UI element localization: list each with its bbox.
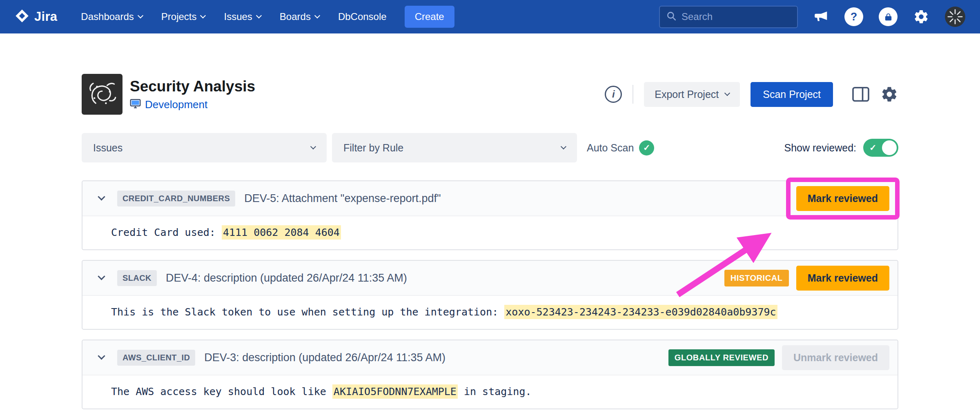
project-avatar bbox=[82, 74, 122, 115]
finding-text: in staging. bbox=[458, 386, 532, 397]
nav-item-label: Projects bbox=[161, 11, 197, 22]
search-icon bbox=[666, 11, 677, 23]
collapse-chevron-icon[interactable] bbox=[96, 193, 107, 204]
finding-card-dev3: AWS_CLIENT_ID DEV-3: description (update… bbox=[82, 340, 898, 409]
mark-reviewed-button[interactable]: Mark reviewed bbox=[796, 186, 889, 211]
chevron-down-icon bbox=[256, 13, 262, 18]
nav-item-dbconsole[interactable]: DbConsole bbox=[338, 11, 387, 22]
nav-item-projects[interactable]: Projects bbox=[161, 11, 205, 22]
rule-dropdown-value: Filter by Rule bbox=[343, 142, 403, 154]
rule-badge: SLACK bbox=[117, 270, 157, 286]
finding-text: Credit Card used: bbox=[111, 226, 222, 238]
chevron-down-icon bbox=[561, 144, 566, 149]
filter-bar: Issues Filter by Rule Auto Scan ✓ Show r… bbox=[82, 133, 898, 162]
search-box[interactable] bbox=[659, 6, 798, 28]
chevron-down-icon bbox=[310, 144, 316, 149]
nav-item-issues[interactable]: Issues bbox=[224, 11, 261, 22]
chevron-down-icon bbox=[724, 90, 730, 96]
chevron-down-icon bbox=[200, 13, 206, 18]
chevron-down-icon bbox=[314, 13, 320, 18]
nav-item-dashboards[interactable]: Dashboards bbox=[81, 11, 142, 22]
finding-header: AWS_CLIENT_ID DEV-3: description (update… bbox=[82, 340, 898, 375]
navbar-icons: ? bbox=[813, 7, 965, 27]
export-project-button[interactable]: Export Project bbox=[644, 82, 740, 107]
brand-name: Jira bbox=[34, 9, 57, 24]
show-reviewed-label: Show reviewed: bbox=[784, 142, 856, 154]
auto-scan-check-icon: ✓ bbox=[639, 140, 654, 155]
show-reviewed-control: Show reviewed: ✓ bbox=[784, 139, 898, 157]
project-meta: Security Analysis Development bbox=[130, 78, 255, 111]
toggle-knob bbox=[882, 140, 897, 155]
nav-item-label: DbConsole bbox=[338, 11, 387, 22]
export-project-label: Export Project bbox=[655, 89, 719, 100]
rule-badge: AWS_CLIENT_ID bbox=[117, 350, 195, 366]
settings-icon[interactable] bbox=[913, 9, 929, 25]
top-navbar: Jira Dashboards Projects Issues Boards D… bbox=[0, 0, 980, 33]
finding-body: The AWS access key should look like AKIA… bbox=[82, 375, 898, 409]
filter-by-rule-dropdown[interactable]: Filter by Rule bbox=[332, 133, 577, 162]
auto-scan-label: Auto Scan bbox=[587, 142, 634, 154]
announcements-icon[interactable] bbox=[813, 9, 829, 24]
page-title: Security Analysis bbox=[130, 78, 255, 95]
finding-card-dev5: CREDIT_CARD_NUMBERS DEV-5: Attachment "e… bbox=[82, 180, 898, 250]
nav-item-label: Issues bbox=[224, 11, 252, 22]
toggle-check-icon: ✓ bbox=[869, 143, 877, 153]
show-reviewed-toggle[interactable]: ✓ bbox=[863, 139, 898, 157]
user-avatar[interactable] bbox=[945, 7, 965, 27]
auto-scan-status: Auto Scan ✓ bbox=[587, 140, 654, 155]
project-link[interactable]: Development bbox=[145, 98, 207, 111]
scan-project-button[interactable]: Scan Project bbox=[751, 82, 833, 107]
project-actions: i Export Project Scan Project bbox=[605, 82, 898, 107]
search-input[interactable] bbox=[682, 11, 791, 22]
finding-actions: HISTORICAL Mark reviewed bbox=[724, 266, 889, 291]
create-button[interactable]: Create bbox=[405, 6, 454, 28]
finding-text: The AWS access key should look like bbox=[111, 386, 332, 397]
main-navigation: Dashboards Projects Issues Boards DbCons… bbox=[81, 11, 386, 22]
mark-reviewed-button[interactable]: Mark reviewed bbox=[796, 266, 889, 291]
annotation-highlight-box: Mark reviewed bbox=[796, 186, 889, 211]
monitor-icon bbox=[130, 99, 141, 111]
lock-icon[interactable] bbox=[879, 7, 898, 26]
detail-view-icon[interactable] bbox=[852, 87, 870, 102]
secret-value: 4111 0062 2084 4604 bbox=[222, 225, 341, 240]
finding-title: DEV-3: description (updated 26/Apr/24 11… bbox=[204, 351, 445, 364]
main-content: Security Analysis Development i Export P… bbox=[82, 74, 898, 409]
finding-title: DEV-4: description (updated 26/Apr/24 11… bbox=[166, 272, 407, 284]
page-settings-gear-icon[interactable] bbox=[880, 85, 898, 103]
secret-value: AKIAIO5FODNN7EXAMPLE bbox=[332, 384, 458, 399]
collapse-chevron-icon[interactable] bbox=[96, 353, 107, 363]
unmark-reviewed-button[interactable]: Unmark reviewed bbox=[782, 345, 889, 370]
issues-dropdown-value: Issues bbox=[93, 142, 122, 154]
collapse-chevron-icon[interactable] bbox=[96, 273, 107, 283]
finding-actions: Mark reviewed bbox=[796, 186, 889, 211]
historical-badge: HISTORICAL bbox=[724, 270, 789, 286]
jira-logo-icon bbox=[15, 9, 29, 25]
divider bbox=[633, 85, 633, 104]
findings-list: CREDIT_CARD_NUMBERS DEV-5: Attachment "e… bbox=[82, 180, 898, 409]
issues-dropdown[interactable]: Issues bbox=[82, 133, 327, 162]
help-icon[interactable]: ? bbox=[844, 7, 863, 26]
finding-card-dev4: SLACK DEV-4: description (updated 26/Apr… bbox=[82, 260, 898, 330]
secret-value: xoxo-523423-234243-234233-e039d02840a0b9… bbox=[504, 305, 777, 319]
nav-item-label: Dashboards bbox=[81, 11, 134, 22]
finding-title: DEV-5: Attachment "expense-report.pdf" bbox=[244, 192, 441, 205]
finding-header: SLACK DEV-4: description (updated 26/Apr… bbox=[82, 261, 898, 296]
globally-reviewed-badge: GLOBALLY REVIEWED bbox=[668, 349, 775, 366]
nav-item-label: Boards bbox=[280, 11, 311, 22]
chevron-down-icon bbox=[138, 13, 143, 18]
finding-body: Credit Card used: 4111 0062 2084 4604 bbox=[82, 216, 898, 249]
info-icon[interactable]: i bbox=[605, 86, 622, 103]
project-header: Security Analysis Development i Export P… bbox=[82, 74, 898, 115]
nav-item-boards[interactable]: Boards bbox=[280, 11, 319, 22]
rule-badge: CREDIT_CARD_NUMBERS bbox=[117, 191, 235, 206]
finding-actions: GLOBALLY REVIEWED Unmark reviewed bbox=[668, 345, 889, 370]
jira-logo[interactable]: Jira bbox=[15, 9, 57, 25]
finding-header: CREDIT_CARD_NUMBERS DEV-5: Attachment "e… bbox=[82, 181, 898, 216]
finding-body: This is the Slack token to use when sett… bbox=[82, 296, 898, 329]
finding-text: This is the Slack token to use when sett… bbox=[111, 306, 504, 318]
